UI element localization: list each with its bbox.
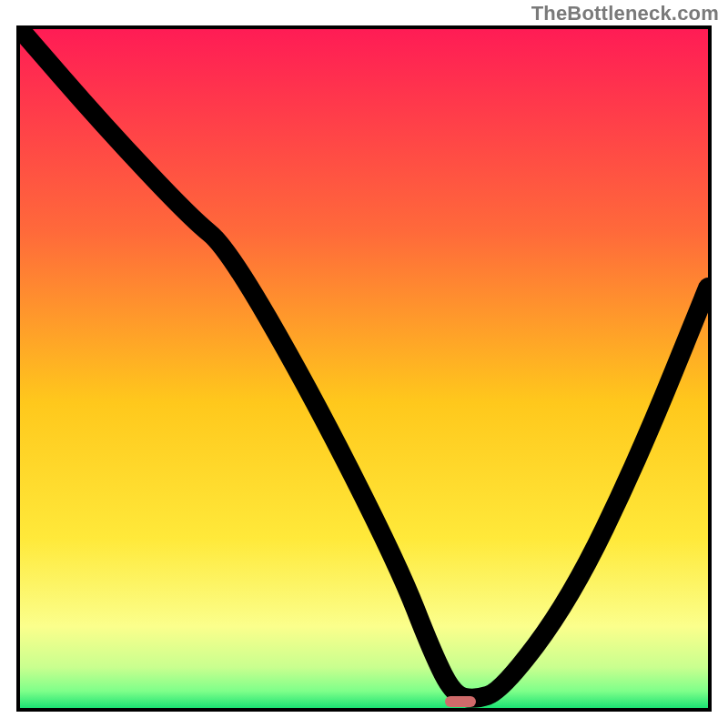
plot-area	[16, 25, 712, 712]
bottleneck-curve	[20, 29, 708, 708]
attribution-text: TheBottleneck.com	[531, 2, 719, 25]
curve-path	[20, 29, 708, 698]
optimal-marker	[445, 696, 476, 707]
chart-frame: TheBottleneck.com	[0, 0, 728, 728]
